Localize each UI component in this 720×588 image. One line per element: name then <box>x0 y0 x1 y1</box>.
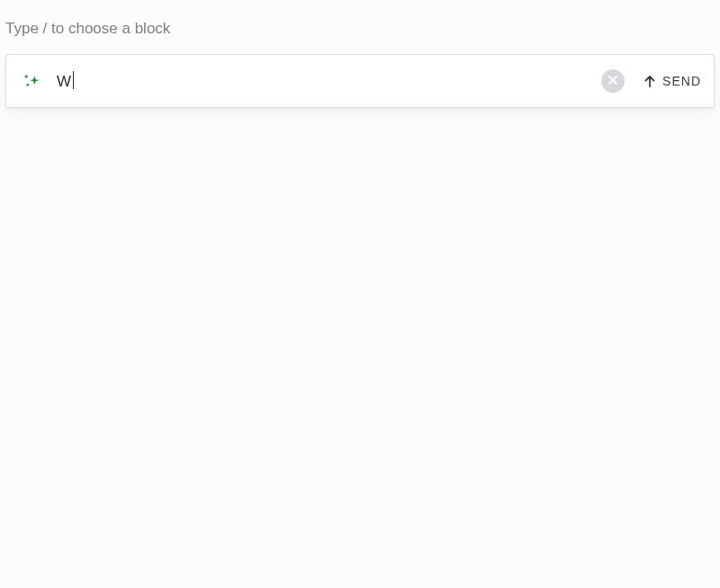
send-button-label: SEND <box>662 74 701 88</box>
close-icon <box>608 75 618 88</box>
ai-sparkle-icon <box>22 72 40 90</box>
clear-button[interactable] <box>601 69 625 93</box>
arrow-up-icon <box>643 74 657 88</box>
compose-input-value: W <box>57 73 72 90</box>
send-button[interactable]: SEND <box>643 74 701 88</box>
block-hint-text: Type / to choose a block <box>0 0 720 38</box>
compose-container: W SEND <box>5 54 715 108</box>
text-caret <box>73 71 74 89</box>
compose-input[interactable]: W <box>57 71 601 91</box>
